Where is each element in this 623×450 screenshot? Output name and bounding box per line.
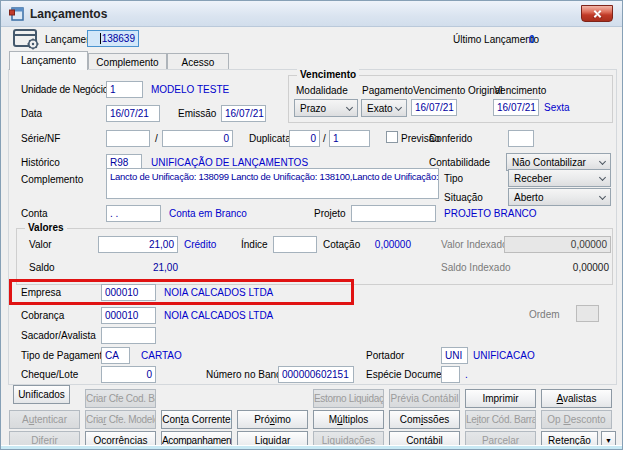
modalidade-combo[interactable]: Prazo <box>294 99 358 117</box>
lancamento-number-input[interactable]: 138639 <box>87 30 139 47</box>
duplicata-parcela-input[interactable]: 1 <box>329 130 370 147</box>
indice-label: Índice <box>241 239 268 250</box>
valores-caption: Valores <box>25 222 67 233</box>
form-settings-icon[interactable] <box>13 29 39 50</box>
vencimento-caption: Vencimento <box>297 69 359 80</box>
text-caret <box>100 33 101 44</box>
tab-complemento[interactable]: Complemento <box>88 53 167 70</box>
close-icon <box>593 9 602 18</box>
saldo-indexado-label: Saldo Indexado <box>441 262 511 273</box>
tab-acesso[interactable]: Acesso <box>167 53 229 70</box>
chevron-down-icon <box>599 193 606 200</box>
portador-input[interactable]: UNI <box>441 347 468 364</box>
ordem-input <box>576 305 599 322</box>
avalistas-button[interactable]: Avalistas <box>541 389 612 408</box>
saldo-indexado-value: 0,00000 <box>504 262 609 273</box>
ordem-label: Ordem <box>529 309 560 320</box>
imprimir-button[interactable]: Imprimir <box>465 389 536 408</box>
historico-label: Histórico <box>21 157 60 168</box>
vencimento-input[interactable]: 16/07/21 <box>493 99 539 116</box>
conta-corrente-button[interactable]: Conta Corrente <box>161 410 232 429</box>
valor-input[interactable]: 21,00 <box>98 236 178 253</box>
window-title: Lançamentos <box>30 7 107 21</box>
sacador-avalista-label: Sacador/Avalista <box>21 330 96 341</box>
unificados-button[interactable]: Unificados <box>13 385 70 404</box>
cobranca-input[interactable]: 000010 <box>101 307 156 324</box>
tipo-combo[interactable]: Receber <box>508 169 611 187</box>
cheque-lote-label: Cheque/Lote <box>21 369 78 380</box>
cheque-lote-input[interactable]: 0 <box>101 366 156 383</box>
tipo-pagamento-input[interactable]: CA <box>101 347 130 364</box>
close-button[interactable] <box>581 5 613 22</box>
data-label: Data <box>21 108 42 119</box>
conta-label: Conta <box>21 208 48 219</box>
saldo-label: Saldo <box>29 262 55 273</box>
previa-contabil-button: Prévia Contábil <box>389 389 460 408</box>
app-window-icon <box>9 7 24 21</box>
chevron-down-icon <box>346 104 353 111</box>
portador-desc: UNIFICACAO <box>473 350 535 361</box>
sacador-avalista-input[interactable] <box>101 327 156 344</box>
estorno-liquidacao-button: Estorno Liquidação <box>313 389 384 408</box>
historico-desc: UNIFICAÇÃO DE LANÇAMENTOS <box>151 157 308 168</box>
lancamentos-window: Lançamentos Lançamento 138639 Último Lan… <box>0 0 623 450</box>
cobranca-desc: NOIA CALCADOS LTDA <box>164 310 273 321</box>
projeto-input[interactable] <box>351 205 436 222</box>
previsao-checkbox[interactable] <box>386 131 398 143</box>
tab-lancamento[interactable]: Lançamento <box>9 51 88 70</box>
cobranca-label: Cobrança <box>21 310 64 321</box>
ultimo-lancamento-label: Último Lançamento <box>453 34 539 45</box>
multiplos-button[interactable]: Múltiplos <box>313 410 384 429</box>
proximo-button[interactable]: Próximo <box>237 410 308 429</box>
valor-indexado-label: Valor Indexado <box>441 239 508 250</box>
modalidade-label: Modalidade <box>296 85 348 96</box>
duplicata-input[interactable]: 0 <box>289 130 320 147</box>
numero-banco-input[interactable]: 000000602151 <box>278 366 354 383</box>
valor-label: Valor <box>29 239 52 250</box>
comissoes-button[interactable]: Comissões <box>389 410 460 429</box>
emissao-input[interactable]: 16/07/21 <box>221 105 266 122</box>
serie-nf-separator: / <box>155 133 158 144</box>
vencimento-label: Vencimento <box>494 85 546 96</box>
complemento-label: Complemento <box>21 174 83 185</box>
title-bar[interactable]: Lançamentos <box>1 1 622 27</box>
duplicata-separator: / <box>323 133 326 144</box>
valor-credito-desc: Crédito <box>184 239 216 250</box>
criar-cfe-cod-barras-button: Criar Cfe Cod. Barras <box>85 389 156 408</box>
unidade-negocio-desc: MODELO TESTE <box>151 84 229 95</box>
serie-nf-label: Série/NF <box>21 133 60 144</box>
numero-banco-label: Número no Banco <box>206 369 287 380</box>
chevron-down-icon <box>599 158 606 165</box>
ultimo-lancamento-value: 0 <box>529 34 535 45</box>
projeto-desc: PROJETO BRANCO <box>444 208 537 219</box>
leitor-cod-barras-button: Leitor Cód. Barras <box>465 410 536 429</box>
serie-input[interactable] <box>106 130 150 147</box>
indice-input[interactable] <box>273 236 317 253</box>
empresa-highlight-rect <box>9 279 354 305</box>
situacao-combo[interactable]: Aberto <box>508 188 611 206</box>
vencimento-original-input[interactable]: 16/07/21 <box>411 99 457 116</box>
tipo-pagamento-desc: CARTAO <box>141 350 182 361</box>
duplicata-label: Duplicata <box>249 133 291 144</box>
pagamento-combo[interactable]: Exato <box>361 99 407 117</box>
chevron-down-icon <box>395 104 402 111</box>
tipo-pagamento-label: Tipo de Pagamento <box>21 350 108 361</box>
unidade-negocio-input[interactable]: 1 <box>106 81 143 98</box>
contabilidade-label: Contabilidade <box>429 157 490 168</box>
cotacao-value: 0,00000 <box>353 239 411 250</box>
projeto-label: Projeto <box>314 208 346 219</box>
criar-cfe-modelo-button: Criar Cfe. Modelo <box>85 410 156 429</box>
especie-documento-desc: . <box>465 369 468 380</box>
complemento-input[interactable]: Lancto de Unificação: 138099 Lancto de U… <box>106 168 439 199</box>
unidade-negocio-label: Unidade de Negócio <box>21 84 108 95</box>
conferido-input[interactable] <box>508 130 534 147</box>
autenticar-button: Autenticar <box>9 410 80 429</box>
conferido-label: Conferido <box>429 133 472 144</box>
conta-desc: Conta em Branco <box>169 208 247 219</box>
conta-input[interactable]: . . <box>106 205 161 222</box>
valor-indexado-input: 0,00000 <box>504 236 611 253</box>
especie-documento-input[interactable] <box>441 366 460 383</box>
op-desconto-button: Op Desconto <box>541 410 612 429</box>
data-input[interactable]: 16/07/21 <box>106 105 160 122</box>
nf-input[interactable]: 0 <box>162 130 233 147</box>
